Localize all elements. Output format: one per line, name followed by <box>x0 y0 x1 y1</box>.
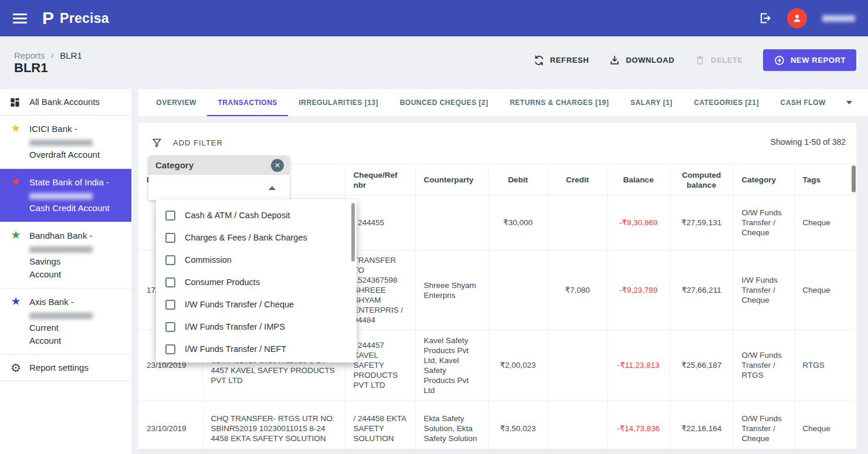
col-balance: Balance <box>607 165 670 195</box>
pagination-status: Showing 1-50 of 382 <box>771 137 846 147</box>
table-bottom-scrollbar-track[interactable] <box>138 449 856 454</box>
category-option[interactable]: Consumer Products <box>156 271 357 293</box>
checkbox-icon[interactable] <box>165 255 175 265</box>
table-row: 23/10/2019 CHQ TRANSFER- RTGS UTR NO: SB… <box>138 401 854 454</box>
cell-category: O/W Funds Transfer / Cheque <box>733 195 794 250</box>
cell-balance: -₹9,23,789 <box>607 250 670 330</box>
delete-label: DELETE <box>711 56 743 65</box>
sidebar-item-axis-account[interactable]: ★ Axis Bank - Current Account <box>0 289 131 355</box>
option-label: Charges & Fees / Bank Charges <box>185 233 307 242</box>
page-title: BLR1 <box>14 60 48 76</box>
delete-button[interactable]: DELETE <box>694 55 743 66</box>
option-label: I/W Funds Transfer / NEFT <box>185 344 286 354</box>
top-navbar: P Precisa <box>0 0 868 36</box>
brand-name: Precisa <box>60 11 109 26</box>
cell-tags: Cheque <box>794 195 854 250</box>
tab-bounced-cheques[interactable]: BOUNCED CHEQUES [2] <box>389 89 499 116</box>
table-vertical-scrollbar[interactable] <box>852 165 856 192</box>
checkbox-icon[interactable] <box>165 233 175 243</box>
tab-returns-charges[interactable]: RETURNS & CHARGES [19] <box>499 89 620 116</box>
tab-cash-flow[interactable]: CASH FLOW <box>769 89 836 116</box>
hamburger-menu-icon[interactable] <box>13 13 27 23</box>
category-filter-chip[interactable]: Category ✕ <box>148 155 290 175</box>
accounts-sidebar: All Bank Accounts ★ ICICI Bank - Overdra… <box>0 89 131 454</box>
cell-debit: ₹2,00,023 <box>488 330 548 401</box>
category-option[interactable]: Commission <box>156 249 357 271</box>
category-options-dropdown: Cash & ATM / Cash Deposit Charges & Fees… <box>156 199 357 362</box>
category-option[interactable]: I/W Funds Transfer / Cheque <box>156 293 357 316</box>
dashboard-grid-icon <box>9 97 22 108</box>
report-tabs: OVERVIEW TRANSACTIONS IRREGULARITIES [13… <box>138 89 868 116</box>
dropdown-scrollbar[interactable] <box>351 203 355 262</box>
precisa-logo-icon: P <box>42 9 54 27</box>
cell-date: 23/10/2019 <box>138 401 202 454</box>
category-select-input[interactable] <box>148 175 290 200</box>
col-debit: Debit <box>488 165 548 195</box>
cell-counterparty <box>415 195 488 250</box>
bank-name: State Bank of India - <box>29 176 110 189</box>
tab-salary[interactable]: SALARY [1] <box>620 89 683 116</box>
bank-name: ICICI Bank - <box>29 123 100 135</box>
option-label: Cash & ATM / Cash Deposit <box>185 211 290 220</box>
col-counterparty: Counterparty <box>415 165 488 195</box>
col-credit: Credit <box>548 165 607 195</box>
option-label: I/W Funds Transfer / Cheque <box>185 300 294 309</box>
sidebar-item-report-settings[interactable]: ⚙ Report settings <box>0 355 131 381</box>
new-report-button[interactable]: NEW REPORT <box>763 49 856 71</box>
account-number-redacted <box>29 246 93 253</box>
tab-overview[interactable]: OVERVIEW <box>145 89 207 116</box>
breadcrumb-reports-link[interactable]: Reports <box>14 50 45 60</box>
sidebar-item-sbi-account[interactable]: ★ State Bank of India - Cash Credit Acco… <box>0 169 131 222</box>
col-tags: Tags <box>794 165 854 195</box>
refresh-label: REFRESH <box>550 56 589 65</box>
star-icon: ★ <box>9 296 22 307</box>
tab-irregularities[interactable]: IRREGULARITIES [13] <box>288 89 389 116</box>
breadcrumb-current: BLR1 <box>60 50 82 60</box>
cell-tags: Cheque <box>794 401 854 454</box>
report-settings-label: Report settings <box>29 361 89 374</box>
category-option[interactable]: Cash & ATM / Cash Deposit <box>156 204 357 226</box>
tab-categories[interactable]: CATEGORIES [21] <box>683 89 769 116</box>
cell-computed-balance: ₹25,66,187 <box>670 330 733 401</box>
col-cheque-ref: Cheque/Ref nbr <box>345 165 415 195</box>
cell-counterparty: Ekta Safety Solution, Ekta Safety Soluti… <box>415 401 488 454</box>
cell-balance: -₹9,30,869 <box>607 195 670 250</box>
account-type-inline: Savings <box>29 256 60 266</box>
account-type: Overdraft Account <box>29 148 100 161</box>
more-tabs-chevron-icon[interactable] <box>836 89 862 116</box>
user-avatar[interactable] <box>787 8 807 28</box>
category-option[interactable]: I/W Funds Transfer / IMPS <box>156 316 357 338</box>
checkbox-icon[interactable] <box>165 344 175 354</box>
cell-debit: ₹3,50,023 <box>488 401 548 454</box>
account-type-inline: Current <box>29 323 59 333</box>
refresh-button[interactable]: REFRESH <box>533 55 589 66</box>
add-filter-button[interactable]: ADD FILTER <box>151 137 223 148</box>
option-label: Consumer Products <box>185 277 260 287</box>
star-icon: ★ <box>9 123 22 134</box>
cell-computed-balance: ₹27,59,131 <box>670 195 733 250</box>
remove-filter-icon[interactable]: ✕ <box>271 159 284 172</box>
category-option[interactable]: Charges & Fees / Bank Charges <box>156 226 357 249</box>
cell-tags: RTGS <box>794 330 854 401</box>
account-type: Account <box>29 268 126 281</box>
bank-name: Axis Bank - <box>29 296 126 309</box>
tab-transactions[interactable]: TRANSACTIONS <box>207 89 288 116</box>
collapse-caret-icon[interactable] <box>269 186 276 190</box>
sidebar-item-bandhan-account[interactable]: ★ Bandhan Bank - Savings Account <box>0 222 131 289</box>
account-number-redacted <box>29 193 93 199</box>
cell-ref: / 244458 EKTA SAFETY SOLUTION <box>345 401 415 454</box>
cell-counterparty: Shreee Shyam Enterpris <box>415 250 488 330</box>
cell-credit <box>548 401 607 454</box>
bank-name: Bandhan Bank - <box>29 229 126 242</box>
download-button[interactable]: DOWNLOAD <box>609 55 674 66</box>
checkbox-icon[interactable] <box>165 211 175 221</box>
cell-category: O/W Funds Transfer / Cheque <box>733 401 794 454</box>
sidebar-item-all-bank-accounts[interactable]: All Bank Accounts <box>0 89 131 116</box>
logout-icon[interactable] <box>758 11 772 25</box>
checkbox-icon[interactable] <box>165 322 175 332</box>
category-option[interactable]: I/W Funds Transfer / NEFT <box>156 338 357 360</box>
sidebar-item-icici-account[interactable]: ★ ICICI Bank - Overdraft Account <box>0 116 131 169</box>
checkbox-icon[interactable] <box>165 300 175 310</box>
checkbox-icon[interactable] <box>165 277 175 287</box>
cell-debit <box>488 250 548 330</box>
